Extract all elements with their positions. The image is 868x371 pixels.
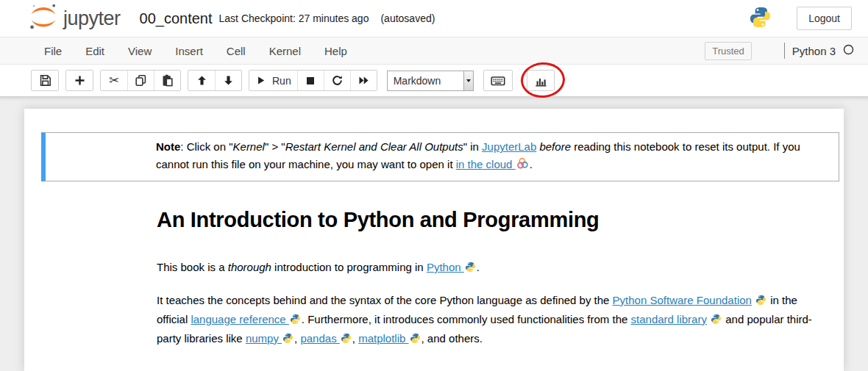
- plus-icon: [74, 74, 86, 87]
- stop-icon: [305, 75, 316, 87]
- cell-heading: An Introduction to Python and Programmin…: [157, 208, 824, 232]
- cell-type-value: Markdown: [388, 75, 463, 87]
- inline-link[interactable]: in the cloud: [456, 158, 516, 170]
- arrow-down-icon: [222, 74, 235, 87]
- bar-chart-icon: [533, 73, 548, 88]
- save-button[interactable]: [32, 71, 58, 90]
- text-run: Note: [156, 140, 180, 153]
- inline-link[interactable]: language reference: [191, 313, 288, 325]
- restart-kernel-button[interactable]: [324, 71, 350, 90]
- python-icon: [290, 312, 301, 330]
- inline-link[interactable]: standard library: [631, 313, 707, 325]
- python-icon: [711, 312, 722, 330]
- paste-icon: [160, 73, 174, 87]
- paste-cell-button[interactable]: [154, 71, 180, 90]
- text-run: [752, 294, 755, 306]
- notebook-container: Note: Click on "Kernel" > "Restart Kerne…: [0, 96, 868, 371]
- inline-link[interactable]: numpy: [246, 332, 282, 345]
- add-cell-button[interactable]: [66, 71, 93, 90]
- keyboard-icon: [490, 73, 506, 89]
- inline-link[interactable]: pandas: [300, 332, 339, 345]
- markdown-paragraph-1: This book is a thorough introduction to …: [157, 259, 824, 278]
- notebook-title[interactable]: 00_content: [140, 10, 213, 27]
- text-run: Kernel: [233, 140, 265, 153]
- menu-cell[interactable]: Cell: [215, 45, 257, 57]
- chart-button-wrap: [527, 70, 555, 91]
- fast-forward-icon: [357, 74, 370, 87]
- kernel-divider: [784, 43, 785, 59]
- python-icon: [465, 260, 476, 278]
- copy-cell-button[interactable]: [127, 71, 154, 90]
- autosave-status: (autosaved): [380, 12, 435, 24]
- text-run: " in: [463, 140, 482, 153]
- move-cell-down-button[interactable]: [215, 71, 241, 90]
- jupyter-logo-text: jupyter: [63, 7, 121, 30]
- move-group: [188, 70, 242, 91]
- jupyter-logo[interactable]: jupyter: [28, 2, 121, 35]
- command-palette-button[interactable]: [484, 71, 512, 90]
- run-label: Run: [272, 75, 291, 87]
- run-icon: [255, 75, 266, 86]
- menu-bar: File Edit View Insert Cell Kernel Help T…: [0, 37, 868, 65]
- inline-link[interactable]: Python: [427, 261, 464, 273]
- run-button[interactable]: Run: [249, 71, 297, 90]
- header-right: Logout: [749, 6, 852, 32]
- save-icon: [38, 73, 52, 87]
- notebook-page: Note: Click on "Kernel" > "Restart Kerne…: [24, 109, 844, 371]
- inline-link[interactable]: JupyterLab: [482, 140, 536, 153]
- text-run: , and others.: [421, 332, 483, 345]
- kernel-idle-icon: [842, 43, 855, 59]
- menubar-right: Trusted Python 3: [705, 42, 855, 60]
- text-run: Restart Kernel and Clear All Outputs: [285, 140, 463, 153]
- markdown-paragraph-2: It teaches the concepts behind and the s…: [157, 292, 824, 349]
- arrow-up-icon: [196, 74, 208, 87]
- python-icon: [341, 331, 352, 349]
- save-group: [31, 70, 59, 91]
- inline-link[interactable]: matplotlib: [358, 332, 408, 345]
- chart-group: [527, 70, 555, 91]
- text-run: ,: [352, 332, 358, 345]
- restart-icon: [331, 74, 344, 87]
- text-run: thorough: [228, 261, 271, 273]
- interrupt-kernel-button[interactable]: [297, 71, 324, 90]
- note-callout-cell[interactable]: Note: Click on "Kernel" > "Restart Kerne…: [41, 132, 839, 181]
- text-run: .: [477, 261, 480, 273]
- jupyter-logo-icon: [28, 2, 59, 35]
- text-run: . Furthermore, it introduces commonly us…: [302, 313, 631, 325]
- inline-link[interactable]: Python Software Foundation: [613, 294, 752, 306]
- python-logo-icon: [749, 6, 772, 32]
- clipboard-group: ✂: [100, 70, 181, 91]
- text-run: " > ": [265, 140, 285, 153]
- toolbar: ✂ Run Markdown: [0, 65, 868, 96]
- notebook-header: jupyter 00_content Last Checkpoint: 27 m…: [0, 0, 868, 37]
- palette-group: [483, 70, 513, 91]
- text-run: before: [539, 140, 571, 153]
- python-icon: [282, 331, 294, 349]
- run-group: Run: [249, 70, 377, 91]
- text-run: : Click on ": [180, 140, 232, 153]
- restart-run-all-button[interactable]: [350, 71, 377, 90]
- move-cell-up-button[interactable]: [188, 71, 215, 90]
- checkpoint-status: Last Checkpoint: 27 minutes ago: [219, 12, 369, 24]
- text-run: It teaches the concepts behind and the s…: [157, 294, 613, 306]
- chevron-down-icon: [466, 79, 471, 82]
- cell-type-select[interactable]: Markdown: [387, 71, 474, 91]
- chart-extension-button[interactable]: [527, 71, 554, 90]
- cut-cell-button[interactable]: ✂: [101, 71, 127, 90]
- cut-icon: ✂: [109, 74, 119, 87]
- menu-edit[interactable]: Edit: [74, 45, 116, 57]
- select-arrow-strip: [463, 71, 473, 90]
- text-run: This book is a: [157, 261, 228, 273]
- binder-icon: [516, 157, 529, 175]
- text-run: introduction to programming in: [271, 261, 427, 273]
- text-run: [707, 313, 710, 325]
- text-run: .: [530, 158, 533, 170]
- menu-view[interactable]: View: [116, 45, 163, 57]
- logout-button[interactable]: Logout: [797, 7, 852, 30]
- menu-kernel[interactable]: Kernel: [257, 45, 313, 57]
- menu-help[interactable]: Help: [313, 45, 359, 57]
- python-icon: [755, 293, 766, 311]
- trusted-badge[interactable]: Trusted: [705, 42, 752, 60]
- menu-insert[interactable]: Insert: [163, 45, 215, 57]
- menu-file[interactable]: File: [32, 45, 74, 57]
